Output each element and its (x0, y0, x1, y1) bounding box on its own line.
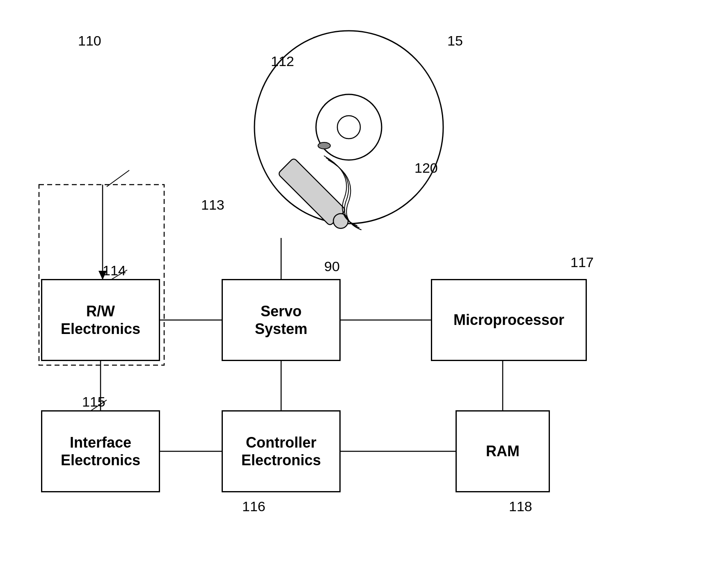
ram-label: RAM (486, 442, 520, 460)
diagram-container: 110 15 112 113 120 R/WElectronics 114 Se… (0, 0, 728, 567)
ref-114: 114 (103, 263, 126, 279)
ref-118: 118 (509, 498, 532, 514)
ref-116: 116 (242, 498, 266, 514)
svg-point-14 (337, 116, 360, 139)
controller-electronics-box: ControllerElectronics (222, 410, 341, 492)
svg-point-17 (318, 142, 330, 149)
interface-electronics-label: InterfaceElectronics (61, 434, 140, 469)
ref-115: 115 (82, 394, 105, 410)
ref-112: 112 (271, 53, 294, 69)
ref-117: 117 (570, 254, 594, 270)
rw-electronics-box: R/WElectronics (41, 279, 160, 361)
ref-110: 110 (78, 33, 101, 49)
ref-120: 120 (414, 160, 438, 176)
servo-system-box: ServoSystem (222, 279, 341, 361)
ram-box: RAM (456, 410, 550, 492)
microprocessor-box: Microprocessor (431, 279, 587, 361)
microprocessor-label: Microprocessor (453, 311, 564, 329)
disk-illustration (197, 25, 451, 254)
ref-15: 15 (447, 33, 463, 49)
controller-electronics-label: ControllerElectronics (241, 434, 321, 469)
svg-line-11 (107, 170, 129, 187)
rw-electronics-label: R/WElectronics (61, 302, 140, 338)
interface-electronics-box: InterfaceElectronics (41, 410, 160, 492)
ref-90: 90 (324, 258, 340, 274)
ref-113: 113 (201, 197, 224, 213)
servo-system-label: ServoSystem (255, 302, 307, 338)
